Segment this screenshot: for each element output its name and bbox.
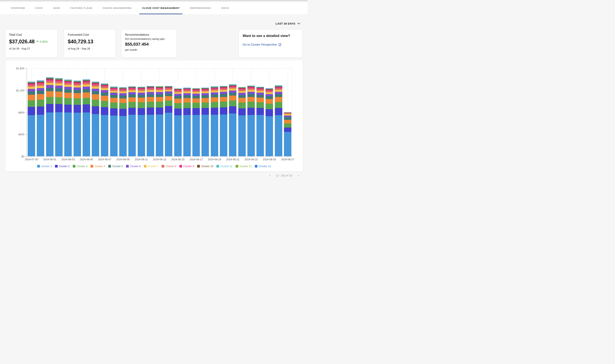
cluster-perspective-link[interactable]: Go to Cluster Perspective [243,43,298,46]
bar-segment-cluster-8 [119,90,127,91]
x-axis-tick-label: 2024-08-23 [244,158,258,161]
legend-label: Cluster 1 [41,165,52,168]
bar-column[interactable] [256,68,265,156]
bar-segment-cluster-8 [110,89,118,91]
tab-iacm[interactable]: IACM [50,2,63,14]
legend-item-cluster-2[interactable]: Cluster 2 [55,165,70,168]
bar-column[interactable]: 2024-08-25 [265,68,274,156]
bar-segment-cluster-7 [238,91,246,93]
x-axis-tick-label: 2024-08-17 [190,158,203,161]
bar-segment-cluster-7 [284,114,291,116]
bar-segment-cluster-6 [165,91,172,93]
legend-item-cluster-8[interactable]: Cluster 8 [162,165,176,168]
bar-stack [119,87,127,156]
tab-cloud-cost-management[interactable]: CLOUD COST MANAGEMENT [139,2,183,14]
recommendations-suffix: per month [125,48,173,51]
bar-column[interactable]: 2024-08-05 [82,68,91,156]
bar-segment-cluster-9 [46,79,54,81]
tab-docs[interactable]: DOCS [218,2,232,14]
bar-segment-cluster-2 [183,108,191,115]
bar-column[interactable]: 2024-08-13 [155,68,164,156]
legend-item-cluster-5[interactable]: Cluster 5 [108,165,123,168]
legend-item-cluster-11[interactable]: Cluster 11 [216,165,232,168]
legend-item-cluster-3[interactable]: Cluster 3 [73,165,87,168]
bar-segment-cluster-5 [74,90,81,93]
tab-overview[interactable]: OVERVIEW [8,2,28,14]
bar-column[interactable]: 2024-08-07 [100,68,109,156]
legend-swatch [144,165,147,168]
bar-segment-cluster-2 [83,104,90,112]
legend-label: Cluster 10 [201,165,213,168]
bar-column[interactable]: 2024-08-27 [283,68,292,156]
legend-item-cluster-4[interactable]: Cluster 4 [91,165,105,168]
bar-stack [37,80,44,156]
bar-column[interactable] [36,68,45,156]
bar-segment-cluster-4 [247,97,255,102]
bar-column[interactable] [237,68,246,156]
bar-segment-cluster-3 [37,100,44,107]
bar-segment-cluster-3 [229,101,237,106]
bar-segment-cluster-5 [55,88,63,92]
legend-item-cluster-7[interactable]: Cluster 7 [144,165,158,168]
bar-segment-cluster-5 [101,93,108,96]
time-range-selector[interactable]: LAST 30 DAYS [276,22,300,25]
bar-segment-cluster-5 [220,94,227,97]
tab-ci-cd[interactable]: CI/CD [32,2,46,14]
bar-column[interactable]: 2024-08-03 [63,68,72,156]
legend-item-cluster-9[interactable]: Cluster 9 [179,165,194,168]
bar-segment-cluster-6 [119,93,127,96]
bar-column[interactable]: 2024-08-17 [192,68,201,156]
x-axis-tick-label: 2024-08-01 [43,158,56,161]
chevron-left-icon[interactable]: ‹ [269,174,271,177]
bar-segment-cluster-4 [92,94,99,100]
bar-stack [55,78,63,156]
y-axis-tick-label: $800 [18,111,24,114]
bar-segment-cluster-3 [110,103,118,108]
bar-column[interactable] [91,68,100,156]
bar-column[interactable] [182,68,192,156]
bar-column[interactable] [54,68,63,156]
bar-segment-cluster-8 [238,90,246,91]
bar-stack [201,88,209,156]
bar-segment-cluster-7 [55,83,63,86]
bar-segment-cluster-1 [55,112,63,156]
chevron-right-icon[interactable]: › [298,174,299,177]
bar-column[interactable] [109,68,118,156]
bar-column[interactable] [146,68,155,156]
bar-column[interactable] [274,68,283,156]
bar-segment-cluster-6 [247,92,255,94]
bar-segment-cluster-8 [147,89,154,90]
bar-segment-cluster-4 [174,99,182,103]
legend-item-cluster-10[interactable]: Cluster 10 [197,165,213,168]
bar-column[interactable]: 2024-08-09 [118,68,127,156]
bar-segment-cluster-1 [128,115,136,156]
forecasted-cost-card: Forecasted Cost $40,729.13 of Aug 29 - S… [64,29,115,58]
bar-column[interactable]: 2024-08-15 [173,68,182,156]
bar-segment-cluster-1 [64,112,72,156]
bar-column[interactable] [219,68,228,156]
bar-column[interactable]: 2024-08-19 [210,68,219,156]
bar-column[interactable]: 2024-08-23 [247,68,256,156]
tab-feature-flags[interactable]: FEATURE FLAGS [67,2,95,14]
bar-column[interactable] [72,68,82,156]
bar-column[interactable]: 2024-07-30 [27,68,36,156]
bar-segment-cluster-3 [256,102,264,108]
bar-column[interactable] [127,68,137,156]
legend-item-cluster-13[interactable]: Cluster 13 [255,165,271,168]
legend-item-cluster-12[interactable]: Cluster 12 [236,165,252,168]
bar-column[interactable] [201,68,210,156]
tab-dependencies[interactable]: DEPENDENCIES [187,2,214,14]
detailed-view-card: Want to see a detailed view? Go to Clust… [239,29,302,58]
bar-segment-cluster-1 [220,115,227,156]
bar-column[interactable]: 2024-08-01 [45,68,54,156]
bar-column[interactable]: 2024-08-21 [228,68,237,156]
legend-item-cluster-1[interactable]: Cluster 1 [37,165,52,168]
legend-item-cluster-6[interactable]: Cluster 6 [126,165,141,168]
bar-column[interactable]: 2024-08-11 [137,68,146,156]
bar-stack [192,88,200,156]
bar-stack [138,87,145,156]
bar-segment-cluster-6 [101,90,108,93]
bar-segment-cluster-4 [55,92,63,97]
bar-column[interactable] [164,68,173,156]
tab-chaos-engineering[interactable]: CHAOS ENGINEERING [100,2,135,14]
